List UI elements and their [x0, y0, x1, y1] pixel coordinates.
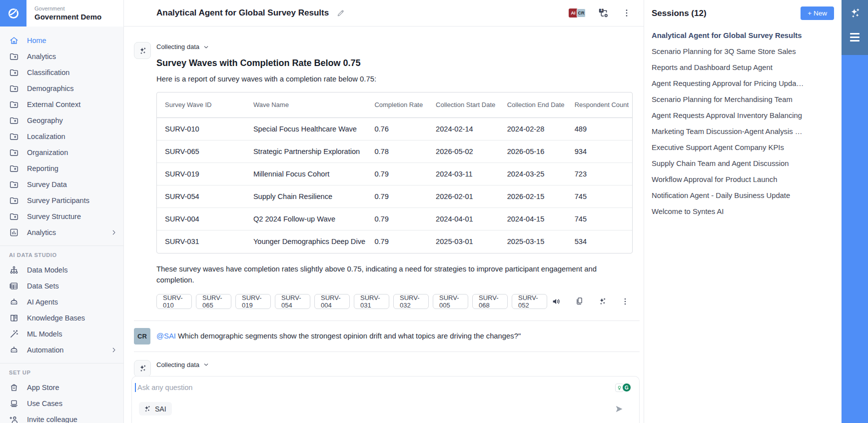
sidebar-item-analytics[interactable]: Analytics [0, 48, 123, 64]
agent-selector-chip[interactable]: SAI [139, 402, 172, 416]
session-item-active[interactable]: Analytical Agent for Global Survey Resul… [652, 28, 834, 44]
header-more-menu-button[interactable] [622, 8, 632, 18]
kebab-icon [622, 8, 632, 18]
survey-chip[interactable]: SURV-032 [393, 294, 429, 309]
sidebar-item-knowledge-bases[interactable]: Knowledge Bases [0, 310, 123, 326]
app-logo[interactable] [0, 0, 26, 26]
survey-chip[interactable]: SURV-010 [156, 294, 192, 309]
menu-toggle-button[interactable] [850, 33, 860, 42]
survey-chip[interactable]: SURV-004 [314, 294, 350, 309]
assistant-sparkle-button[interactable] [134, 360, 151, 377]
send-button[interactable] [614, 404, 631, 414]
survey-chip[interactable]: SURV-019 [235, 294, 271, 309]
workspace-name: Government Demo [34, 12, 101, 21]
sidebar-item-organization[interactable]: Organization [0, 144, 123, 160]
folder-star-icon [9, 84, 19, 94]
sidebar-item-survey-structure[interactable]: Survey Structure [0, 208, 123, 224]
session-item[interactable]: Supply Chain Team and Agent Discussion [652, 156, 834, 172]
page-title: Analytical Agent for Global Survey Resul… [156, 8, 329, 18]
sidebar-item-localization[interactable]: Localization [0, 128, 123, 144]
sidebar-item-geography[interactable]: Geography [0, 112, 123, 128]
hierarchy-icon [9, 265, 19, 275]
sidebar-item-data-sets[interactable]: Data Sets [0, 278, 123, 294]
session-item[interactable]: Executive Support Agent Company KPIs [652, 140, 834, 156]
sidebar-divider [0, 246, 123, 246]
participant-avatars: AI CR [569, 8, 586, 18]
mention-sai[interactable]: @SAI [156, 332, 176, 340]
sidebar-item-home[interactable]: Home [0, 32, 123, 48]
sessions-list: Analytical Agent for Global Survey Resul… [644, 28, 842, 220]
regenerate-ai-button[interactable] [598, 296, 607, 306]
workflow-settings-button[interactable]: 1 [598, 7, 610, 19]
grammarly-widget: G [615, 383, 631, 392]
table-grid-icon [9, 281, 19, 291]
sidebar-item-data-models[interactable]: Data Models [0, 262, 123, 278]
col-wave-name: Wave Name [245, 92, 367, 118]
report-intro: Here is a report of survey waves with a … [156, 74, 633, 84]
syntes-logo-icon [6, 6, 20, 20]
ai-assistant-button[interactable] [849, 6, 862, 20]
table-row: SURV-010Special Focus Healthcare Wave0.7… [157, 118, 632, 140]
session-item[interactable]: Scenario Planning for 3Q Same Store Sale… [652, 44, 834, 60]
read-aloud-button[interactable] [551, 296, 561, 306]
sidebar-item-classification[interactable]: Classification [0, 64, 123, 80]
survey-chip[interactable]: SURV-031 [354, 294, 389, 309]
assistant-sparkle-button[interactable] [134, 42, 151, 59]
grammarly-g-icon[interactable]: G [622, 383, 631, 392]
sidebar-item-analytics-reports[interactable]: Analytics [0, 224, 123, 240]
sidebar-item-use-cases[interactable]: Use Cases [0, 396, 123, 412]
sidebar-item-automation[interactable]: Automation [0, 342, 123, 358]
home-icon [9, 36, 19, 46]
session-item[interactable]: Workflow Approval for Product Launch [652, 172, 834, 188]
chevron-right-icon [110, 346, 117, 354]
survey-chips-row: SURV-010 SURV-065 SURV-019 SURV-054 SURV… [156, 294, 633, 309]
sidebar-item-external-context[interactable]: External Context [0, 96, 123, 112]
survey-chip[interactable]: SURV-068 [472, 294, 508, 309]
session-item[interactable]: Welcome to Syntes AI [652, 204, 834, 220]
new-session-button[interactable]: + New [801, 6, 834, 20]
sidebar-item-ml-models[interactable]: ML Models [0, 326, 123, 342]
folder-star-icon [9, 100, 19, 110]
book-icon [9, 313, 19, 323]
session-item[interactable]: Agent Requesting Approval for Pricing Up… [652, 76, 834, 92]
sidebar-item-demographics[interactable]: Demographics [0, 80, 123, 96]
survey-chip[interactable]: SURV-052 [512, 294, 547, 309]
sidebar-item-survey-participants[interactable]: Survey Participants [0, 192, 123, 208]
edit-title-button[interactable] [336, 9, 345, 18]
chat-input[interactable]: Ask any question [137, 384, 192, 392]
sparkle-icon [598, 296, 607, 306]
session-header: Analytical Agent for Global Survey Resul… [124, 0, 644, 26]
workspace-type-label: Government [34, 6, 101, 12]
avatar-cr[interactable]: CR [577, 8, 586, 18]
sidebar-item-ai-agents[interactable]: AI Agents [0, 294, 123, 310]
collecting-data-toggle[interactable]: Collecting data [156, 43, 633, 50]
col-completion-rate: Completion Rate [366, 92, 428, 118]
folder-star-icon [9, 180, 19, 190]
col-collection-start: Collection Start Date [428, 92, 499, 118]
survey-chip[interactable]: SURV-065 [196, 294, 231, 309]
survey-chip[interactable]: SURV-054 [275, 294, 310, 309]
session-item[interactable]: Agent Requests Approval Inventory Balanc… [652, 108, 834, 124]
sidebar-item-app-store[interactable]: App Store [0, 380, 123, 396]
session-item[interactable]: Marketing Team Discussion-Agent Analysis… [652, 124, 834, 140]
sparkle-icon [849, 6, 862, 20]
right-toolbar-top [842, 0, 868, 55]
col-collection-end: Collection End Date [499, 92, 567, 118]
chat-scroll-area[interactable]: Collecting data Survey Waves with Comple… [124, 26, 644, 423]
session-item[interactable]: Scenario Planning for Merchandising Team [652, 92, 834, 108]
session-item[interactable]: Notification Agent - Daily Business Upda… [652, 188, 834, 204]
sidebar-item-invite-colleague[interactable]: Invite colleague [0, 412, 123, 423]
folder-star-icon [9, 196, 19, 206]
message-more-button[interactable] [621, 297, 630, 306]
sidebar-item-reporting[interactable]: Reporting [0, 160, 123, 176]
collecting-data-toggle[interactable]: Collecting data [156, 361, 633, 368]
copy-button[interactable] [575, 296, 584, 306]
sidebar-divider [0, 363, 123, 364]
folder-star-icon [9, 116, 19, 126]
sidebar-item-survey-data[interactable]: Survey Data [0, 176, 123, 192]
robot-icon [9, 297, 19, 307]
chat-composer: Ask any question G SAI [131, 376, 640, 423]
survey-chip[interactable]: SURV-005 [433, 294, 468, 309]
session-item[interactable]: Reports and Dashboard Setup Agent [652, 60, 834, 76]
agent-row: SAI [135, 402, 631, 416]
